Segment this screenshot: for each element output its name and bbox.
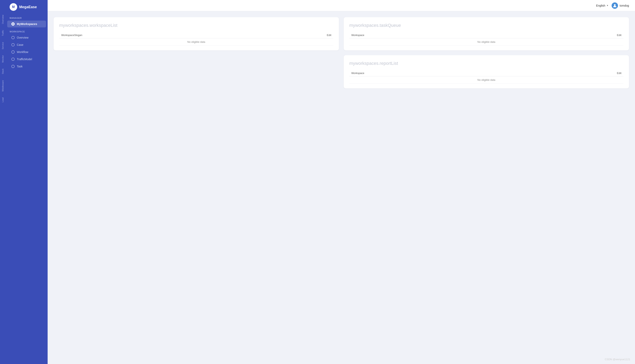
workspace-list-col2: Edit (264, 32, 334, 38)
workflow-nav-label: Workflow (17, 50, 28, 54)
service-tab[interactable]: Service (0, 39, 5, 52)
logo-area: M MegaEase (6, 0, 48, 14)
report-list-title: myworkspaces.reportList (349, 61, 624, 66)
task-nav-label: Task (17, 65, 22, 68)
overview-nav-label: Overview (17, 36, 28, 39)
user-avatar (612, 2, 618, 9)
trafficmodel-nav-label: TrafficModel (17, 58, 32, 61)
task-queue-card: myworkspaces.taskQueue Workspace Edit No… (344, 17, 629, 50)
side-tabs: Overview Traffic Service Monitor Stack M… (0, 0, 6, 364)
case-nav-icon (11, 43, 15, 46)
manager-section-title: MANAGER (6, 14, 48, 20)
report-list-col2: Edit (532, 70, 624, 76)
workspace-list-title: myworkspaces.workspaceList (59, 23, 333, 28)
report-list-no-data: No eligible data (349, 76, 624, 84)
task-queue-col2: Edit (532, 32, 624, 38)
nav-item-case[interactable]: Case (7, 42, 46, 48)
nav-item-myworkspaces[interactable]: MyWorkspaces (7, 20, 46, 28)
workspace-list-no-data: No eligible data (59, 38, 333, 46)
task-queue-title: myworkspaces.taskQueue (349, 23, 624, 28)
left-nav: M MegaEase MANAGER MyWorkspaces WORKSPAC… (6, 0, 48, 364)
nav-item-task[interactable]: Task (7, 63, 46, 70)
svg-point-0 (614, 4, 616, 6)
monitor-tab[interactable]: Monitor (0, 52, 5, 66)
task-queue-no-data: No eligible data (349, 38, 624, 46)
middleware-tab[interactable]: Middleware (0, 78, 5, 94)
task-queue-col1: Workspace (349, 32, 532, 38)
overview-nav-icon (11, 36, 15, 40)
workspace-list-no-data-row: No eligible data (59, 38, 333, 46)
overview-tab[interactable]: Overview (0, 12, 5, 27)
nav-item-trafficmodel[interactable]: TrafficModel (7, 56, 46, 62)
trafficmodel-nav-icon (11, 58, 15, 61)
logo-text: MegaEase (19, 5, 37, 9)
main-area: English ▼ tomdog myworkspaces.workspaceL… (48, 0, 635, 364)
stack-tab[interactable]: Stack (0, 66, 5, 77)
myworkspaces-icon (11, 22, 15, 26)
cards-grid: myworkspaces.workspaceList WorkspaceSlog… (54, 17, 629, 88)
report-list-col1: Workspace (349, 70, 532, 76)
language-label: English (596, 4, 605, 7)
nav-item-overview[interactable]: Overview (7, 34, 46, 41)
workspace-section-title: WORKSPACE (6, 28, 48, 34)
workspace-list-card: myworkspaces.workspaceList WorkspaceSlog… (54, 17, 339, 50)
user-area[interactable]: tomdog (612, 2, 629, 9)
myworkspaces-label: MyWorkspaces (17, 22, 37, 26)
case-nav-label: Case (17, 43, 24, 46)
nav-item-workflow[interactable]: Workflow (7, 48, 46, 56)
top-bar: English ▼ tomdog (48, 0, 635, 11)
load-tab[interactable]: Load (0, 94, 5, 105)
workflow-nav-icon (11, 50, 15, 54)
task-queue-no-data-row: No eligible data (349, 38, 624, 46)
logo-icon: M (10, 3, 17, 11)
traffic-tab[interactable]: Traffic (0, 27, 5, 39)
report-list-no-data-row: No eligible data (349, 76, 624, 84)
username-label: tomdog (620, 4, 629, 7)
content-area: myworkspaces.workspaceList WorkspaceSlog… (48, 11, 635, 364)
language-selector[interactable]: English ▼ (596, 4, 608, 7)
task-queue-table: Workspace Edit No eligible data (349, 32, 624, 46)
workspace-list-col1: WorkspaceSlogan (59, 32, 264, 38)
report-list-table: Workspace Edit No eligible data (349, 70, 624, 84)
report-list-card: myworkspaces.reportList Workspace Edit N… (344, 55, 629, 88)
chevron-down-icon: ▼ (606, 4, 608, 6)
workspace-list-table: WorkspaceSlogan Edit No eligible data (59, 32, 333, 46)
task-nav-icon (11, 64, 15, 68)
